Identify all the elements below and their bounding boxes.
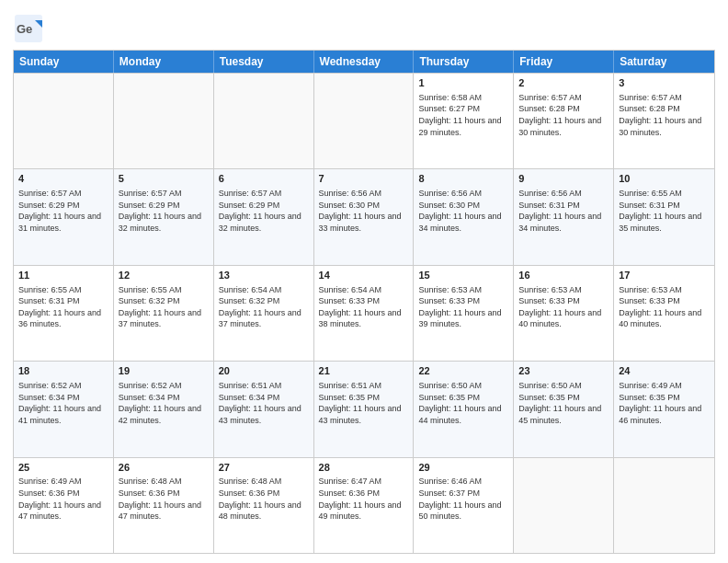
day-number: 16 — [518, 269, 609, 282]
day-cell-1: 1Sunrise: 6:58 AM Sunset: 6:27 PM Daylig… — [414, 74, 514, 168]
day-info: Sunrise: 6:48 AM Sunset: 6:36 PM Dayligh… — [119, 476, 209, 522]
day-cell-20: 20Sunrise: 6:51 AM Sunset: 6:34 PM Dayli… — [214, 362, 314, 456]
empty-cell-4-5 — [514, 458, 614, 553]
day-cell-11: 11Sunrise: 6:55 AM Sunset: 6:31 PM Dayli… — [14, 266, 114, 361]
day-number: 27 — [219, 461, 309, 475]
day-number: 22 — [418, 364, 508, 378]
day-info: Sunrise: 6:57 AM Sunset: 6:29 PM Dayligh… — [219, 188, 309, 234]
day-info: Sunrise: 6:57 AM Sunset: 6:28 PM Dayligh… — [518, 92, 609, 138]
day-number: 3 — [619, 76, 710, 90]
day-cell-10: 10Sunrise: 6:55 AM Sunset: 6:31 PM Dayli… — [614, 169, 714, 264]
empty-cell-0-2 — [214, 74, 314, 168]
day-info: Sunrise: 6:57 AM Sunset: 6:29 PM Dayligh… — [119, 188, 209, 234]
day-number: 17 — [619, 269, 710, 282]
day-cell-27: 27Sunrise: 6:48 AM Sunset: 6:36 PM Dayli… — [214, 458, 314, 553]
weekday-header-saturday: Saturday — [614, 51, 714, 73]
day-cell-2: 2Sunrise: 6:57 AM Sunset: 6:28 PM Daylig… — [514, 74, 614, 168]
day-info: Sunrise: 6:54 AM Sunset: 6:33 PM Dayligh… — [319, 284, 409, 330]
day-number: 14 — [319, 269, 409, 282]
day-cell-23: 23Sunrise: 6:50 AM Sunset: 6:35 PM Dayli… — [514, 362, 614, 456]
day-info: Sunrise: 6:54 AM Sunset: 6:32 PM Dayligh… — [219, 284, 309, 330]
day-number: 20 — [219, 364, 309, 378]
day-number: 4 — [18, 172, 108, 186]
weekday-header-sunday: Sunday — [14, 51, 114, 73]
day-info: Sunrise: 6:56 AM Sunset: 6:30 PM Dayligh… — [418, 188, 508, 234]
day-number: 8 — [418, 172, 508, 186]
calendar: SundayMondayTuesdayWednesdayThursdayFrid… — [13, 50, 715, 554]
empty-cell-0-3 — [314, 74, 415, 168]
day-info: Sunrise: 6:58 AM Sunset: 6:27 PM Dayligh… — [418, 92, 508, 138]
day-number: 13 — [219, 269, 309, 282]
day-info: Sunrise: 6:52 AM Sunset: 6:34 PM Dayligh… — [18, 380, 108, 426]
calendar-row-3: 11Sunrise: 6:55 AM Sunset: 6:31 PM Dayli… — [14, 265, 714, 361]
day-cell-26: 26Sunrise: 6:48 AM Sunset: 6:36 PM Dayli… — [114, 458, 214, 553]
day-cell-6: 6Sunrise: 6:57 AM Sunset: 6:29 PM Daylig… — [214, 169, 314, 264]
day-number: 7 — [319, 172, 409, 186]
day-cell-25: 25Sunrise: 6:49 AM Sunset: 6:36 PM Dayli… — [14, 458, 114, 553]
day-info: Sunrise: 6:53 AM Sunset: 6:33 PM Dayligh… — [518, 284, 609, 330]
day-cell-9: 9Sunrise: 6:56 AM Sunset: 6:31 PM Daylig… — [514, 169, 614, 264]
day-info: Sunrise: 6:55 AM Sunset: 6:32 PM Dayligh… — [119, 284, 209, 330]
day-number: 24 — [619, 364, 710, 378]
day-number: 11 — [18, 269, 108, 282]
day-cell-4: 4Sunrise: 6:57 AM Sunset: 6:29 PM Daylig… — [14, 169, 114, 264]
empty-cell-0-0 — [14, 74, 114, 168]
calendar-body: 1Sunrise: 6:58 AM Sunset: 6:27 PM Daylig… — [14, 73, 714, 553]
day-info: Sunrise: 6:53 AM Sunset: 6:33 PM Dayligh… — [619, 284, 710, 330]
calendar-row-4: 18Sunrise: 6:52 AM Sunset: 6:34 PM Dayli… — [14, 361, 714, 456]
day-cell-29: 29Sunrise: 6:46 AM Sunset: 6:37 PM Dayli… — [414, 458, 514, 553]
day-info: Sunrise: 6:55 AM Sunset: 6:31 PM Dayligh… — [619, 188, 710, 234]
day-info: Sunrise: 6:56 AM Sunset: 6:30 PM Dayligh… — [319, 188, 409, 234]
weekday-header-tuesday: Tuesday — [214, 51, 314, 73]
day-number: 21 — [319, 364, 409, 378]
weekday-header-wednesday: Wednesday — [314, 51, 415, 73]
day-cell-24: 24Sunrise: 6:49 AM Sunset: 6:35 PM Dayli… — [614, 362, 714, 456]
day-info: Sunrise: 6:51 AM Sunset: 6:34 PM Dayligh… — [219, 380, 309, 426]
day-number: 5 — [119, 172, 209, 186]
day-number: 25 — [18, 461, 108, 475]
day-number: 23 — [518, 364, 609, 378]
day-number: 9 — [518, 172, 609, 186]
day-info: Sunrise: 6:48 AM Sunset: 6:36 PM Dayligh… — [219, 476, 309, 522]
svg-text:Ge: Ge — [17, 22, 32, 36]
day-cell-8: 8Sunrise: 6:56 AM Sunset: 6:30 PM Daylig… — [414, 169, 514, 264]
day-cell-22: 22Sunrise: 6:50 AM Sunset: 6:35 PM Dayli… — [414, 362, 514, 456]
logo-icon: Ge — [13, 13, 44, 44]
day-cell-5: 5Sunrise: 6:57 AM Sunset: 6:29 PM Daylig… — [114, 169, 214, 264]
day-number: 19 — [119, 364, 209, 378]
day-number: 12 — [119, 269, 209, 282]
day-number: 18 — [18, 364, 108, 378]
day-info: Sunrise: 6:49 AM Sunset: 6:35 PM Dayligh… — [619, 380, 710, 426]
day-info: Sunrise: 6:56 AM Sunset: 6:31 PM Dayligh… — [518, 188, 609, 234]
day-number: 10 — [619, 172, 710, 186]
day-cell-14: 14Sunrise: 6:54 AM Sunset: 6:33 PM Dayli… — [314, 266, 415, 361]
header: Ge — [13, 9, 715, 44]
day-info: Sunrise: 6:52 AM Sunset: 6:34 PM Dayligh… — [119, 380, 209, 426]
day-cell-7: 7Sunrise: 6:56 AM Sunset: 6:30 PM Daylig… — [314, 169, 415, 264]
day-info: Sunrise: 6:57 AM Sunset: 6:28 PM Dayligh… — [619, 92, 710, 138]
calendar-row-1: 1Sunrise: 6:58 AM Sunset: 6:27 PM Daylig… — [14, 73, 714, 168]
day-cell-18: 18Sunrise: 6:52 AM Sunset: 6:34 PM Dayli… — [14, 362, 114, 456]
day-number: 2 — [518, 76, 609, 90]
day-info: Sunrise: 6:50 AM Sunset: 6:35 PM Dayligh… — [418, 380, 508, 426]
calendar-row-5: 25Sunrise: 6:49 AM Sunset: 6:36 PM Dayli… — [14, 457, 714, 553]
page: Ge SundayMondayTuesdayWednesdayThursdayF… — [0, 0, 728, 563]
day-number: 26 — [119, 461, 209, 475]
day-info: Sunrise: 6:55 AM Sunset: 6:31 PM Dayligh… — [18, 284, 108, 330]
weekday-header-monday: Monday — [114, 51, 214, 73]
day-cell-21: 21Sunrise: 6:51 AM Sunset: 6:35 PM Dayli… — [314, 362, 415, 456]
day-cell-28: 28Sunrise: 6:47 AM Sunset: 6:36 PM Dayli… — [314, 458, 415, 553]
day-cell-3: 3Sunrise: 6:57 AM Sunset: 6:28 PM Daylig… — [614, 74, 714, 168]
day-info: Sunrise: 6:46 AM Sunset: 6:37 PM Dayligh… — [418, 476, 508, 522]
day-cell-19: 19Sunrise: 6:52 AM Sunset: 6:34 PM Dayli… — [114, 362, 214, 456]
day-cell-16: 16Sunrise: 6:53 AM Sunset: 6:33 PM Dayli… — [514, 266, 614, 361]
day-cell-13: 13Sunrise: 6:54 AM Sunset: 6:32 PM Dayli… — [214, 266, 314, 361]
weekday-header-friday: Friday — [514, 51, 614, 73]
day-cell-12: 12Sunrise: 6:55 AM Sunset: 6:32 PM Dayli… — [114, 266, 214, 361]
weekday-header-thursday: Thursday — [414, 51, 514, 73]
day-info: Sunrise: 6:50 AM Sunset: 6:35 PM Dayligh… — [518, 380, 609, 426]
day-number: 6 — [219, 172, 309, 186]
day-info: Sunrise: 6:51 AM Sunset: 6:35 PM Dayligh… — [319, 380, 409, 426]
day-number: 28 — [319, 461, 409, 475]
day-info: Sunrise: 6:53 AM Sunset: 6:33 PM Dayligh… — [418, 284, 508, 330]
